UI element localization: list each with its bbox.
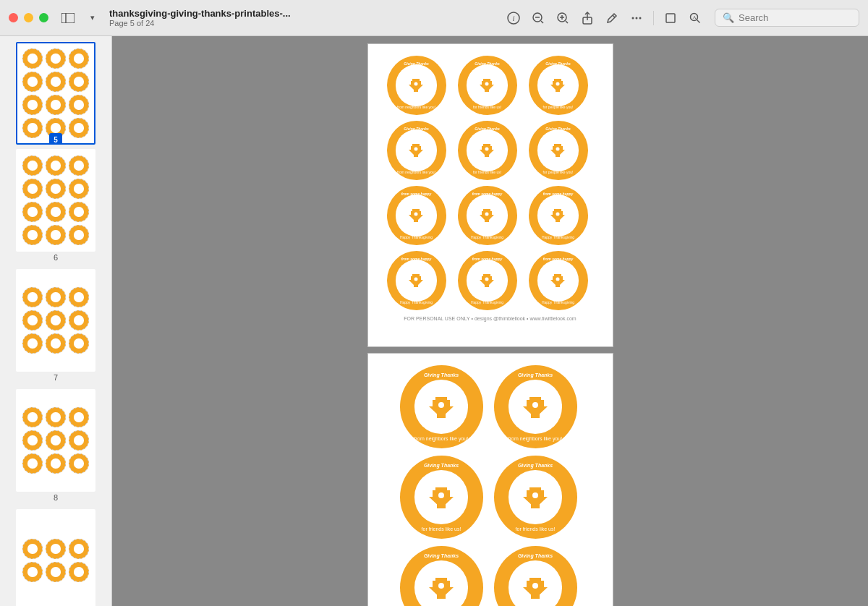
sticker-text-top: Giving Thanks bbox=[532, 61, 585, 66]
thumb-sticker-grid-7 bbox=[20, 284, 92, 357]
thumb-sticker bbox=[46, 287, 66, 307]
main-area: 5 6 bbox=[0, 36, 868, 606]
sticker-text-bottom-lg: from neighbors like you! bbox=[498, 436, 573, 441]
thumb-sticker-grid-5 bbox=[20, 46, 92, 141]
fullscreen-button[interactable] bbox=[39, 13, 48, 22]
sticker-inner bbox=[396, 195, 437, 236]
sticker-inner bbox=[396, 260, 437, 301]
sidebar-item-page7[interactable]: 7 bbox=[16, 269, 95, 385]
sticker-text-top: Giving Thanks bbox=[390, 61, 443, 66]
sticker-9: from some happy Happy Thanksgiving bbox=[529, 186, 588, 245]
thumb-sticker bbox=[69, 95, 89, 115]
close-button[interactable] bbox=[9, 13, 18, 22]
search-box: 🔍 bbox=[715, 9, 859, 27]
info-button[interactable]: i bbox=[503, 7, 524, 29]
search-input[interactable] bbox=[739, 12, 854, 23]
svg-rect-30 bbox=[556, 151, 560, 157]
svg-point-21 bbox=[414, 82, 418, 85]
sticker-inner-lg bbox=[509, 560, 563, 606]
svg-rect-38 bbox=[414, 281, 418, 287]
sticker-text-top: from some happy bbox=[390, 192, 443, 196]
thumb-sticker bbox=[22, 287, 43, 307]
sidebar-item-page9[interactable]: 9 bbox=[16, 509, 95, 606]
sidebar-item-page5[interactable]: 5 bbox=[16, 42, 95, 145]
sticker-3: Giving Thanks for people like you! bbox=[529, 56, 588, 115]
separator bbox=[653, 11, 654, 25]
svg-rect-34 bbox=[485, 216, 489, 222]
svg-point-15 bbox=[632, 17, 634, 19]
thumb-sticker bbox=[22, 95, 43, 115]
sticker-text-top-lg: Giving Thanks bbox=[404, 372, 479, 377]
sidebar-item-page8[interactable]: 8 bbox=[16, 389, 95, 505]
thumb-sticker bbox=[69, 179, 89, 199]
sidebar-toggle-button[interactable] bbox=[57, 7, 79, 29]
page-5-document: Giving Thanks from neighbors like you! G… bbox=[367, 43, 613, 347]
sticker-2: Giving Thanks for friends like us! bbox=[458, 56, 517, 115]
sticker-12: from some happy Happy Thanksgiving bbox=[529, 251, 588, 310]
thumb-sticker bbox=[22, 48, 43, 69]
sticker-text-top: Giving Thanks bbox=[461, 61, 514, 66]
sticker-inner bbox=[396, 64, 437, 106]
sticker-text-top: from some happy bbox=[532, 257, 585, 261]
thumb-frame-9 bbox=[16, 509, 95, 606]
zoom-in-button[interactable] bbox=[552, 7, 574, 29]
thumb-sticker bbox=[46, 562, 66, 582]
annotate-button[interactable] bbox=[601, 7, 623, 29]
sticker-lg-3: Giving Thanks for friends like us! bbox=[400, 456, 483, 539]
svg-line-6 bbox=[541, 21, 543, 23]
thumb-sticker bbox=[22, 118, 43, 138]
thumb-sticker bbox=[69, 539, 89, 559]
crop-button[interactable] bbox=[660, 7, 681, 29]
svg-point-13 bbox=[636, 17, 638, 19]
thumb-sticker bbox=[46, 179, 66, 199]
sticker-11: from some happy Happy Thanksgiving bbox=[458, 251, 517, 310]
thumb-sticker bbox=[46, 72, 66, 92]
find-button[interactable]: A bbox=[684, 7, 706, 29]
page-label-8: 8 bbox=[54, 493, 58, 502]
more-tools-button[interactable] bbox=[626, 7, 647, 29]
sidebar-item-page6[interactable]: 6 bbox=[16, 149, 95, 265]
sticker-inner bbox=[537, 260, 579, 301]
sticker-8: from some happy Happy Thanksgiving bbox=[458, 186, 517, 245]
sticker-text-top: Giving Thanks bbox=[461, 127, 514, 131]
sticker-7: from some happy Happy Thanksgiving bbox=[387, 186, 446, 245]
thumb-sticker-grid-6 bbox=[20, 153, 92, 248]
sticker-inner-lg bbox=[509, 470, 563, 524]
svg-point-35 bbox=[485, 212, 489, 215]
svg-point-31 bbox=[556, 147, 560, 150]
thumb-sticker bbox=[46, 95, 66, 115]
thumb-sticker bbox=[69, 48, 89, 69]
thumb-sticker bbox=[22, 562, 43, 582]
svg-rect-32 bbox=[414, 216, 418, 222]
thumb-frame-7 bbox=[16, 269, 95, 372]
thumb-sticker bbox=[46, 155, 66, 176]
svg-rect-36 bbox=[556, 216, 560, 222]
chevron-down-button[interactable]: ▾ bbox=[82, 7, 103, 29]
sticker-text-top: from some happy bbox=[461, 257, 514, 261]
thumb-sticker bbox=[69, 72, 89, 92]
sticker-lg-6: Giving Thanks for friends like us! bbox=[494, 546, 577, 606]
thumb-sticker bbox=[69, 430, 89, 451]
thumb-sticker bbox=[22, 225, 43, 245]
sticker-inner-lg bbox=[414, 470, 469, 524]
sticker-text-bottom-lg: from neighbors like you! bbox=[404, 436, 479, 441]
svg-point-47 bbox=[532, 402, 538, 408]
sticker-inner-lg bbox=[414, 560, 469, 606]
sticker-text-bottom: from neighbors like you! bbox=[390, 105, 443, 109]
svg-point-37 bbox=[556, 212, 560, 215]
sticker-text-bottom: Happy Thanksgiving bbox=[461, 235, 514, 239]
zoom-out-button[interactable] bbox=[527, 7, 549, 29]
minimize-button[interactable] bbox=[24, 13, 33, 22]
svg-rect-40 bbox=[485, 281, 489, 287]
sidebar: 5 6 bbox=[0, 36, 112, 606]
sticker-text-top-lg: Giving Thanks bbox=[498, 553, 573, 558]
share-button[interactable] bbox=[576, 7, 598, 29]
sticker-text-bottom: for people like you! bbox=[532, 105, 585, 109]
sticker-text-bottom: Happy Thanksgiving bbox=[532, 300, 585, 304]
thumb-sticker bbox=[46, 202, 66, 222]
filename-label: thanksgiving-giving-thanks-printables-..… bbox=[109, 8, 291, 19]
svg-point-39 bbox=[414, 277, 418, 281]
sticker-text-top-lg: Giving Thanks bbox=[404, 463, 479, 468]
sticker-text-bottom: Happy Thanksgiving bbox=[461, 300, 514, 304]
svg-point-29 bbox=[485, 147, 489, 150]
